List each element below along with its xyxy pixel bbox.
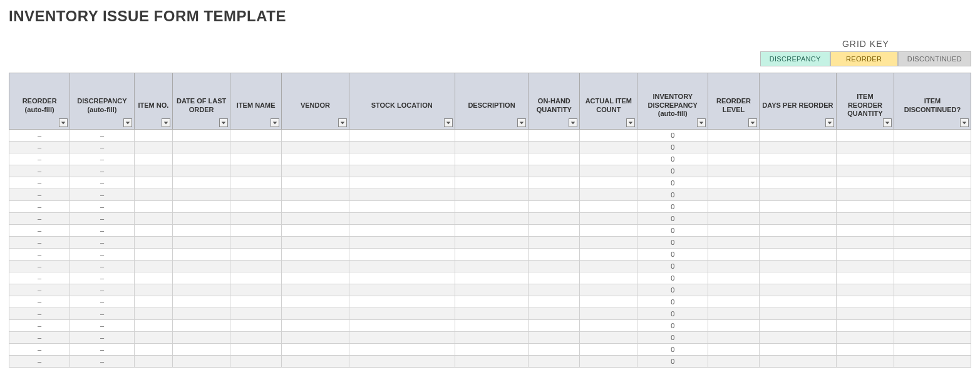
filter-dropdown-icon[interactable] [59,118,68,127]
cell-item_name[interactable] [230,308,282,320]
cell-stock_location[interactable] [349,225,455,237]
cell-date_last_order[interactable] [173,261,230,272]
cell-reorder_auto[interactable]: – [9,165,70,177]
cell-item_name[interactable] [230,225,282,237]
cell-description[interactable] [455,296,529,308]
cell-reorder_level[interactable] [708,344,760,356]
cell-date_last_order[interactable] [173,249,230,261]
filter-dropdown-icon[interactable] [883,118,892,127]
cell-inv_discrepancy[interactable]: 0 [637,272,708,284]
column-header-discrepancy_auto[interactable]: DISCREPANCY (auto-fill) [70,73,134,130]
cell-days_per_reorder[interactable] [759,296,836,308]
cell-inv_discrepancy[interactable]: 0 [637,237,708,249]
cell-vendor[interactable] [282,237,349,249]
cell-actual_item_count[interactable] [580,237,637,249]
cell-date_last_order[interactable] [173,225,230,237]
cell-description[interactable] [455,213,529,225]
cell-reorder_level[interactable] [708,296,760,308]
cell-vendor[interactable] [282,344,349,356]
cell-item_no[interactable] [134,142,172,153]
cell-discrepancy_auto[interactable]: – [70,225,134,237]
cell-inv_discrepancy[interactable]: 0 [637,284,708,296]
cell-stock_location[interactable] [349,153,455,165]
cell-reorder_auto[interactable]: – [9,201,70,213]
cell-on_hand_qty[interactable] [529,142,580,153]
cell-date_last_order[interactable] [173,213,230,225]
cell-on_hand_qty[interactable] [529,356,580,368]
filter-dropdown-icon[interactable] [748,118,757,127]
cell-on_hand_qty[interactable] [529,130,580,142]
cell-item_no[interactable] [134,201,172,213]
cell-item_name[interactable] [230,201,282,213]
cell-item_discontinued[interactable] [894,308,971,320]
cell-description[interactable] [455,165,529,177]
cell-date_last_order[interactable] [173,320,230,332]
cell-actual_item_count[interactable] [580,225,637,237]
filter-dropdown-icon[interactable] [960,118,969,127]
cell-item_discontinued[interactable] [894,272,971,284]
cell-reorder_auto[interactable]: – [9,249,70,261]
cell-discrepancy_auto[interactable]: – [70,237,134,249]
cell-actual_item_count[interactable] [580,332,637,344]
cell-item_discontinued[interactable] [894,165,971,177]
cell-item_no[interactable] [134,296,172,308]
cell-item_reorder_qty[interactable] [836,130,894,142]
cell-days_per_reorder[interactable] [759,153,836,165]
cell-item_discontinued[interactable] [894,284,971,296]
cell-actual_item_count[interactable] [580,130,637,142]
cell-item_discontinued[interactable] [894,153,971,165]
cell-days_per_reorder[interactable] [759,284,836,296]
cell-item_no[interactable] [134,177,172,189]
cell-on_hand_qty[interactable] [529,189,580,201]
cell-vendor[interactable] [282,130,349,142]
column-header-on_hand_qty[interactable]: ON-HAND QUANTITY [529,73,580,130]
cell-item_name[interactable] [230,249,282,261]
cell-item_reorder_qty[interactable] [836,272,894,284]
cell-days_per_reorder[interactable] [759,320,836,332]
cell-days_per_reorder[interactable] [759,142,836,153]
cell-on_hand_qty[interactable] [529,153,580,165]
filter-dropdown-icon[interactable] [569,118,577,127]
cell-item_no[interactable] [134,189,172,201]
cell-vendor[interactable] [282,332,349,344]
cell-discrepancy_auto[interactable]: – [70,201,134,213]
cell-vendor[interactable] [282,308,349,320]
cell-item_name[interactable] [230,130,282,142]
cell-description[interactable] [455,249,529,261]
cell-description[interactable] [455,308,529,320]
cell-item_reorder_qty[interactable] [836,344,894,356]
cell-actual_item_count[interactable] [580,320,637,332]
cell-discrepancy_auto[interactable]: – [70,213,134,225]
cell-stock_location[interactable] [349,177,455,189]
cell-description[interactable] [455,177,529,189]
cell-description[interactable] [455,261,529,272]
cell-date_last_order[interactable] [173,165,230,177]
cell-item_name[interactable] [230,344,282,356]
cell-item_reorder_qty[interactable] [836,189,894,201]
cell-inv_discrepancy[interactable]: 0 [637,189,708,201]
cell-reorder_auto[interactable]: – [9,189,70,201]
cell-discrepancy_auto[interactable]: – [70,165,134,177]
cell-item_name[interactable] [230,272,282,284]
cell-item_no[interactable] [134,320,172,332]
cell-discrepancy_auto[interactable]: – [70,332,134,344]
column-header-item_discontinued[interactable]: ITEM DISCONTINUED? [894,73,971,130]
cell-reorder_level[interactable] [708,153,760,165]
cell-inv_discrepancy[interactable]: 0 [637,308,708,320]
cell-actual_item_count[interactable] [580,189,637,201]
cell-actual_item_count[interactable] [580,153,637,165]
cell-description[interactable] [455,201,529,213]
cell-reorder_auto[interactable]: – [9,272,70,284]
cell-item_reorder_qty[interactable] [836,153,894,165]
cell-item_name[interactable] [230,142,282,153]
cell-days_per_reorder[interactable] [759,177,836,189]
cell-actual_item_count[interactable] [580,308,637,320]
cell-item_discontinued[interactable] [894,237,971,249]
cell-item_no[interactable] [134,237,172,249]
cell-actual_item_count[interactable] [580,296,637,308]
cell-item_no[interactable] [134,261,172,272]
cell-inv_discrepancy[interactable]: 0 [637,356,708,368]
cell-inv_discrepancy[interactable]: 0 [637,130,708,142]
cell-vendor[interactable] [282,284,349,296]
cell-item_name[interactable] [230,320,282,332]
